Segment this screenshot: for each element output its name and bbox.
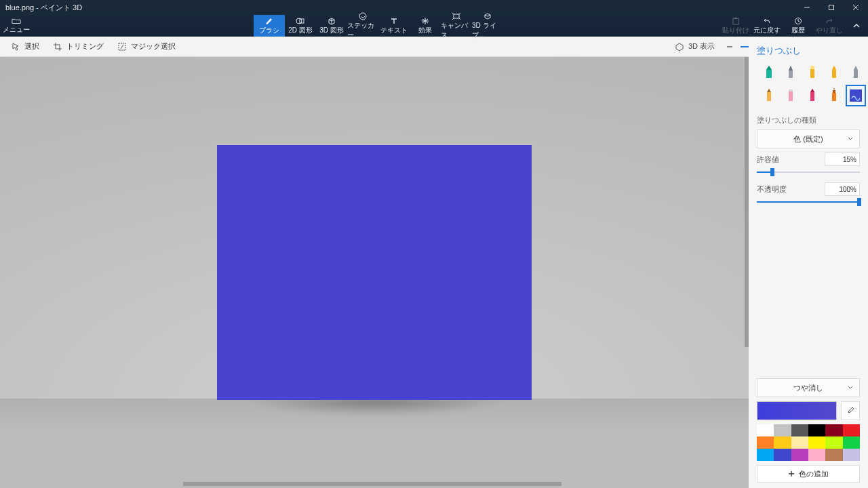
crop-tool[interactable]: トリミング: [46, 37, 111, 57]
current-color[interactable]: [757, 401, 837, 420]
menu-label: メニュー: [3, 25, 30, 35]
tab-stickers[interactable]: ステッカー: [347, 15, 378, 37]
maximize-button[interactable]: [819, 0, 844, 15]
svg-rect-9: [810, 69, 814, 78]
brush-tool-grid: [749, 62, 868, 111]
sub-toolbar: 選択 トリミング マジック選択 3D 表示 100% ⋯: [0, 37, 868, 57]
finish-value: つや消し: [793, 383, 823, 393]
swatch[interactable]: [825, 449, 842, 461]
select-label: 選択: [24, 41, 39, 52]
swatch[interactable]: [757, 449, 774, 461]
zoom-out-button[interactable]: [723, 40, 736, 54]
swatch[interactable]: [791, 449, 808, 461]
swatch[interactable]: [825, 436, 842, 449]
eyedropper-button[interactable]: [841, 401, 860, 420]
select-tool[interactable]: 選択: [4, 37, 46, 57]
redo-button[interactable]: やり直し: [814, 15, 845, 37]
svg-rect-0: [829, 5, 834, 10]
swatch[interactable]: [843, 436, 860, 449]
opacity-slider[interactable]: [757, 200, 860, 204]
swatch[interactable]: [825, 424, 842, 436]
opacity-row: 不透明度: [749, 182, 868, 196]
tool-watercolor[interactable]: [825, 62, 844, 83]
horizontal-scrollbar[interactable]: [183, 482, 561, 486]
tolerance-input[interactable]: [825, 152, 860, 166]
tool-eraser[interactable]: [781, 85, 800, 106]
view-3d-toggle[interactable]: 3D 表示: [671, 41, 719, 52]
tool-oil-brush[interactable]: [803, 62, 822, 83]
opacity-slider-thumb[interactable]: [857, 198, 861, 206]
tab-text[interactable]: テキスト: [378, 15, 410, 37]
swatch[interactable]: [843, 449, 860, 461]
view3d-icon: [675, 42, 684, 52]
color-swatches: [749, 424, 868, 461]
right-tools: 貼り付け 元に戻す 履歴 やり直し: [720, 15, 868, 37]
tolerance-label: 許容値: [757, 155, 779, 165]
tool-calligraphy-pen[interactable]: [781, 62, 800, 83]
library-icon: [482, 12, 493, 20]
brush-icon: [264, 17, 275, 25]
close-button[interactable]: [844, 0, 868, 15]
fill-type-dropdown[interactable]: 色 (既定): [757, 129, 860, 148]
minimize-button[interactable]: [795, 0, 819, 15]
tab-3d-shapes[interactable]: 3D 図形: [316, 15, 347, 37]
undo-button[interactable]: 元に戻す: [751, 15, 783, 37]
swatch[interactable]: [843, 424, 860, 436]
canvas-shadow: [210, 399, 540, 422]
window-controls: [795, 0, 868, 15]
svg-rect-16: [850, 89, 862, 102]
canvas[interactable]: [217, 145, 532, 400]
add-color-button[interactable]: 色の追加: [757, 465, 860, 483]
canvas-icon: [451, 12, 462, 20]
tab-brushes[interactable]: ブラシ: [254, 15, 285, 37]
tab-label: ブラシ: [259, 26, 279, 35]
tab-3d-library[interactable]: 3D ライブ…: [472, 15, 503, 37]
swatch[interactable]: [774, 424, 791, 436]
swatch[interactable]: [757, 424, 774, 436]
svg-rect-10: [810, 66, 814, 69]
tolerance-slider-thumb[interactable]: [770, 168, 774, 176]
tool-label: 履歴: [791, 26, 805, 35]
window-title: blue.png - ペイント 3D: [0, 3, 82, 13]
swatch[interactable]: [808, 424, 825, 436]
crop-label: トリミング: [66, 41, 104, 52]
swatch[interactable]: [808, 449, 825, 461]
workspace: [0, 57, 749, 488]
tool-pencil[interactable]: [760, 85, 778, 106]
tolerance-slider[interactable]: [757, 170, 860, 174]
opacity-input[interactable]: [825, 182, 860, 196]
svg-rect-4: [454, 14, 459, 18]
fill-type-label: 塗りつぶしの種類: [749, 111, 868, 129]
menu-button[interactable]: メニュー: [0, 15, 33, 37]
tool-marker[interactable]: [760, 62, 778, 83]
finish-dropdown[interactable]: つや消し: [757, 378, 860, 397]
horizontal-scrollbar-thumb[interactable]: [183, 482, 561, 486]
selection-tools: 選択 トリミング マジック選択: [4, 37, 182, 57]
paste-button[interactable]: 貼り付け: [720, 15, 751, 37]
swatch[interactable]: [774, 449, 791, 461]
swatch[interactable]: [808, 436, 825, 449]
tool-spray-can[interactable]: [825, 85, 844, 106]
tool-pixel-pen[interactable]: [846, 62, 865, 83]
history-button[interactable]: 履歴: [783, 15, 814, 37]
swatch[interactable]: [757, 436, 774, 449]
tool-fill[interactable]: [846, 85, 865, 106]
eyedropper-icon: [846, 406, 855, 415]
color-block: つや消し: [749, 378, 868, 488]
tab-canvas[interactable]: キャンバス: [441, 15, 472, 37]
history-icon: [793, 17, 803, 25]
swatch[interactable]: [791, 436, 808, 449]
text-icon: [389, 17, 399, 25]
tab-effects[interactable]: 効果: [410, 15, 441, 37]
fill-type-value: 色 (既定): [793, 134, 823, 144]
opacity-label: 不透明度: [757, 184, 787, 195]
tab-2d-shapes[interactable]: 2D 図形: [285, 15, 316, 37]
redo-icon: [825, 17, 834, 25]
tab-label: 効果: [418, 26, 432, 35]
magic-select-tool[interactable]: マジック選択: [111, 37, 182, 57]
swatch[interactable]: [774, 436, 791, 449]
swatch[interactable]: [791, 424, 808, 436]
expand-panel-button[interactable]: [845, 15, 868, 37]
tool-crayon[interactable]: [803, 85, 822, 106]
chevron-up-icon: [852, 22, 861, 30]
